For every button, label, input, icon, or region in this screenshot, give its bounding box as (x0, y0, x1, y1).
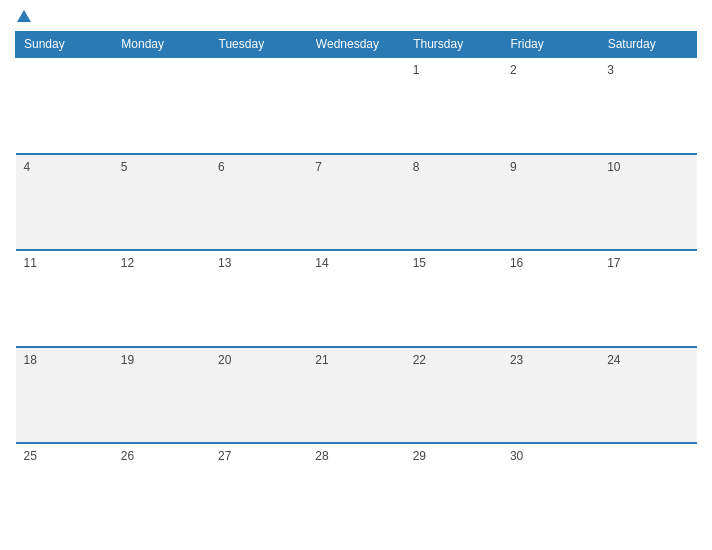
calendar-cell: 13 (210, 250, 307, 347)
calendar-cell: 22 (405, 347, 502, 444)
calendar-cell: 27 (210, 443, 307, 540)
day-number: 17 (607, 256, 620, 270)
logo (15, 10, 31, 23)
calendar-cell: 30 (502, 443, 599, 540)
day-number: 16 (510, 256, 523, 270)
day-number: 24 (607, 353, 620, 367)
day-number: 5 (121, 160, 128, 174)
calendar-body: 1234567891011121314151617181920212223242… (16, 57, 697, 540)
calendar-container: SundayMondayTuesdayWednesdayThursdayFrid… (0, 0, 712, 550)
calendar-cell (210, 57, 307, 154)
day-number: 2 (510, 63, 517, 77)
day-number: 28 (315, 449, 328, 463)
calendar-cell: 29 (405, 443, 502, 540)
day-number: 3 (607, 63, 614, 77)
weekday-header-monday: Monday (113, 32, 210, 58)
calendar-cell (113, 57, 210, 154)
calendar-cell: 10 (599, 154, 696, 251)
day-number: 4 (24, 160, 31, 174)
day-number: 11 (24, 256, 37, 270)
day-number: 29 (413, 449, 426, 463)
calendar-cell: 4 (16, 154, 113, 251)
day-number: 20 (218, 353, 231, 367)
calendar-cell: 18 (16, 347, 113, 444)
calendar-cell: 2 (502, 57, 599, 154)
calendar-cell: 12 (113, 250, 210, 347)
calendar-week-row: 45678910 (16, 154, 697, 251)
day-number: 30 (510, 449, 523, 463)
calendar-cell (16, 57, 113, 154)
calendar-week-row: 18192021222324 (16, 347, 697, 444)
calendar-cell: 19 (113, 347, 210, 444)
day-number: 27 (218, 449, 231, 463)
calendar-week-row: 11121314151617 (16, 250, 697, 347)
weekday-header-saturday: Saturday (599, 32, 696, 58)
calendar-cell: 3 (599, 57, 696, 154)
calendar-cell: 20 (210, 347, 307, 444)
calendar-cell: 5 (113, 154, 210, 251)
day-number: 18 (24, 353, 37, 367)
day-number: 21 (315, 353, 328, 367)
weekday-header-sunday: Sunday (16, 32, 113, 58)
weekday-header-wednesday: Wednesday (307, 32, 404, 58)
day-number: 25 (24, 449, 37, 463)
calendar-cell: 9 (502, 154, 599, 251)
day-number: 13 (218, 256, 231, 270)
calendar-cell: 16 (502, 250, 599, 347)
calendar-cell: 28 (307, 443, 404, 540)
calendar-cell: 14 (307, 250, 404, 347)
weekday-header-friday: Friday (502, 32, 599, 58)
calendar-cell: 24 (599, 347, 696, 444)
calendar-cell: 21 (307, 347, 404, 444)
calendar-cell: 17 (599, 250, 696, 347)
day-number: 19 (121, 353, 134, 367)
weekday-header-thursday: Thursday (405, 32, 502, 58)
calendar-week-row: 123 (16, 57, 697, 154)
calendar-cell: 1 (405, 57, 502, 154)
calendar-table: SundayMondayTuesdayWednesdayThursdayFrid… (15, 31, 697, 540)
calendar-cell: 25 (16, 443, 113, 540)
day-number: 6 (218, 160, 225, 174)
day-number: 15 (413, 256, 426, 270)
calendar-cell: 7 (307, 154, 404, 251)
day-number: 23 (510, 353, 523, 367)
calendar-week-row: 252627282930 (16, 443, 697, 540)
calendar-cell (599, 443, 696, 540)
calendar-header (15, 10, 697, 23)
logo-triangle-icon (17, 10, 31, 22)
weekday-header-tuesday: Tuesday (210, 32, 307, 58)
day-number: 9 (510, 160, 517, 174)
calendar-cell: 11 (16, 250, 113, 347)
day-number: 14 (315, 256, 328, 270)
day-number: 1 (413, 63, 420, 77)
day-number: 7 (315, 160, 322, 174)
calendar-cell: 15 (405, 250, 502, 347)
day-number: 8 (413, 160, 420, 174)
calendar-cell: 23 (502, 347, 599, 444)
calendar-cell: 6 (210, 154, 307, 251)
day-number: 10 (607, 160, 620, 174)
day-number: 22 (413, 353, 426, 367)
calendar-header-row: SundayMondayTuesdayWednesdayThursdayFrid… (16, 32, 697, 58)
calendar-cell (307, 57, 404, 154)
day-number: 26 (121, 449, 134, 463)
calendar-cell: 26 (113, 443, 210, 540)
calendar-cell: 8 (405, 154, 502, 251)
day-number: 12 (121, 256, 134, 270)
